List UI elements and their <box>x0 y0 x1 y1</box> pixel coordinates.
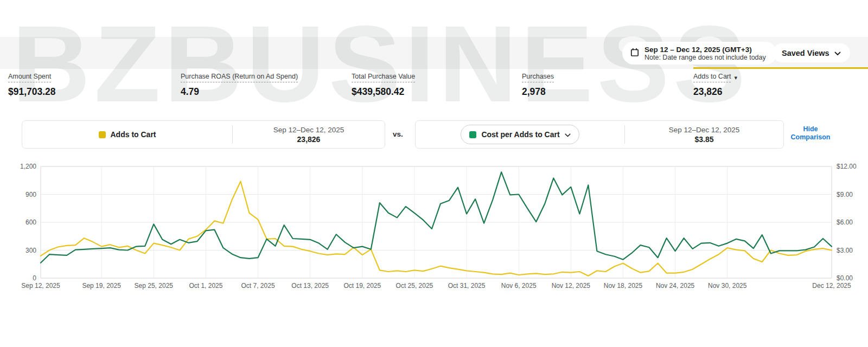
series-label: Adds to Cart <box>111 130 156 139</box>
left-axis-tick-label: 0 <box>33 274 36 282</box>
series-label: Cost per Adds to Cart <box>481 130 559 139</box>
right-axis-tick-label: $3.00 <box>837 247 853 254</box>
right-axis-tick-label: $9.00 <box>837 191 853 198</box>
right-axis-tick-label: $0.00 <box>837 274 853 282</box>
x-axis-tick-label: Nov 30, 2025 <box>708 282 747 290</box>
x-axis-tick-label: Sep 19, 2025 <box>82 282 121 290</box>
vs-label: vs. <box>393 130 403 138</box>
metric-purchase-roas[interactable]: Purchase ROAS (Return on Ad Spend) 4.79 <box>181 73 298 98</box>
hide-comparison-link[interactable]: Hide Comparison <box>786 125 835 142</box>
chevron-down-icon <box>834 49 841 57</box>
x-axis-tick-label: Nov 6, 2025 <box>501 282 537 290</box>
left-axis-tick-label: 1,200 <box>20 163 36 170</box>
series-line-right <box>41 172 832 262</box>
metric-value: $439,580.42 <box>352 86 415 98</box>
x-axis-tick-label: Oct 25, 2025 <box>396 282 433 290</box>
metric-label: Purchases <box>522 73 554 82</box>
x-axis-tick-label: Oct 7, 2025 <box>241 282 275 290</box>
saved-views-button[interactable]: Saved Views <box>773 43 850 62</box>
comparison-series-legend: Cost per Adds to Cart <box>416 121 624 148</box>
x-axis-tick-label: Oct 19, 2025 <box>343 282 381 290</box>
series-period: Sep 12–Dec 12, 2025 <box>669 126 740 134</box>
x-axis-tick-label: Nov 18, 2025 <box>604 282 643 290</box>
x-axis-tick-label: Oct 31, 2025 <box>448 282 486 290</box>
right-axis-tick-label: $6.00 <box>837 219 853 226</box>
date-range-text: Sep 12 – Dec 12, 2025 (GMT+3) <box>644 46 766 54</box>
series-total: $3.85 <box>669 135 740 144</box>
series-total: 23,826 <box>273 135 344 144</box>
left-axis-tick-label: 300 <box>25 247 36 254</box>
left-axis-tick-label: 900 <box>25 191 36 198</box>
comparison-line-chart[interactable]: Sep 12, 2025Sep 19, 2025Sep 25, 2025Oct … <box>0 158 868 298</box>
metric-total-purchase-value[interactable]: Total Purchase Value $439,580.42 <box>352 73 415 98</box>
metric-purchases[interactable]: Purchases 2,978 <box>522 73 554 98</box>
metric-value: 4.79 <box>181 86 298 98</box>
x-axis-tick-label: Sep 25, 2025 <box>135 282 174 290</box>
primary-series-summary: Sep 12–Dec 12, 2025 23,826 <box>233 121 385 148</box>
series-line-left <box>41 182 832 276</box>
left-axis-tick-label: 600 <box>25 219 36 226</box>
dropdown-arrow-icon: ▾ <box>734 74 737 81</box>
series-color-swatch <box>469 131 476 138</box>
comparison-series-box: Cost per Adds to Cart Sep 12–Dec 12, 202… <box>415 120 784 149</box>
x-axis-tick-label: Nov 24, 2025 <box>656 282 695 290</box>
metric-label: Purchase ROAS (Return on Ad Spend) <box>181 73 298 82</box>
x-axis-tick-label: Dec 12, 2025 <box>812 282 851 290</box>
x-axis-tick-label: Nov 12, 2025 <box>552 282 591 290</box>
saved-views-label: Saved Views <box>782 49 829 57</box>
primary-series-legend: Adds to Cart <box>22 121 232 148</box>
metric-label: Total Purchase Value <box>352 73 415 82</box>
selected-metric-accent <box>693 67 868 69</box>
x-axis-tick-label: Sep 12, 2025 <box>21 282 60 290</box>
metric-amount-spent[interactable]: Amount Spent $91,703.28 <box>8 73 56 98</box>
calendar-icon <box>630 48 639 59</box>
primary-series-box: Adds to Cart Sep 12–Dec 12, 2025 23,826 <box>22 120 385 149</box>
right-axis-tick-label: $12.00 <box>837 163 857 170</box>
x-axis-tick-label: Oct 13, 2025 <box>291 282 329 290</box>
date-range-note: Note: Date range does not include today <box>644 54 766 61</box>
series-color-swatch <box>99 131 106 138</box>
metric-label: Amount Spent <box>8 73 56 82</box>
metric-adds-to-cart[interactable]: Adds to Cart ▾ 23,826 <box>693 73 737 98</box>
series-period: Sep 12–Dec 12, 2025 <box>273 126 344 134</box>
comparison-metric-dropdown[interactable]: Cost per Adds to Cart <box>461 125 579 144</box>
metric-label: Adds to Cart ▾ <box>693 73 737 82</box>
comparison-series-summary: Sep 12–Dec 12, 2025 $3.85 <box>625 121 783 148</box>
date-range-picker[interactable]: Sep 12 – Dec 12, 2025 (GMT+3) Note: Date… <box>622 42 777 65</box>
x-axis-tick-label: Oct 1, 2025 <box>189 282 222 290</box>
metric-value: 2,978 <box>522 86 554 98</box>
metric-value: 23,826 <box>693 86 737 98</box>
metric-value: $91,703.28 <box>8 86 56 98</box>
chevron-down-icon <box>565 130 571 139</box>
